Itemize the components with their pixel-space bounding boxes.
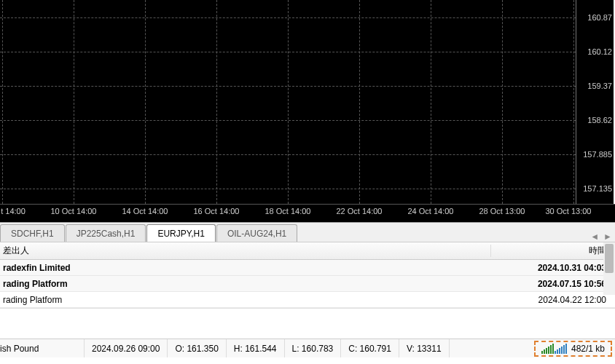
x-tick: 22 Oct 14:00: [337, 207, 383, 215]
column-header-time[interactable]: 時間: [491, 245, 615, 257]
table-row[interactable]: rading Platform 2024.04.22 12:00: [0, 292, 615, 308]
price-chart[interactable]: 160.87 160.12 159.37 158.62 157.885 157.…: [0, 0, 615, 204]
scrollbar-thumb[interactable]: [605, 244, 614, 273]
tab-sdchf[interactable]: SDCHF,H1: [0, 224, 65, 242]
y-axis: 160.87 160.12 159.37 158.62 157.885 157.…: [576, 0, 615, 204]
tab-jp225cash[interactable]: JP225Cash,H1: [66, 224, 146, 242]
y-tick: 159.37: [587, 82, 612, 90]
chart-grid[interactable]: [0, 0, 576, 204]
connection-text: 482/1 kb: [571, 344, 605, 354]
cell-time: 2024.07.15 10:56: [491, 279, 615, 289]
y-tick: 158.62: [587, 116, 612, 124]
tab-eurjpy[interactable]: EURJPY,H1: [146, 224, 215, 242]
x-tick: 16 Oct 14:00: [194, 207, 240, 215]
vertical-scrollbar[interactable]: [603, 242, 615, 295]
x-tick: 14 Oct 14:00: [122, 207, 168, 215]
signal-icon: [541, 344, 567, 354]
y-tick: 157.885: [583, 150, 612, 159]
cell-time: 2024.10.31 04:03: [491, 263, 615, 273]
cell-sender: radexfin Limited: [0, 263, 491, 273]
table-row[interactable]: radexfin Limited 2024.10.31 04:03: [0, 260, 615, 276]
x-tick: 10 Oct 14:00: [51, 207, 97, 215]
table-header: 差出人 時間: [0, 242, 615, 260]
status-low: L: 160.783: [285, 339, 342, 357]
x-tick: 18 Oct 14:00: [265, 207, 311, 215]
cell-time: 2024.04.22 12:00: [491, 295, 615, 305]
column-header-sender[interactable]: 差出人: [0, 245, 491, 257]
tab-oil-aug24[interactable]: OIL-AUG24,H1: [216, 224, 297, 242]
y-tick: 157.135: [583, 184, 612, 193]
x-tick: 28 Oct 13:00: [479, 207, 525, 215]
table-row[interactable]: rading Platform 2024.07.15 10:56: [0, 276, 615, 292]
status-symbol: ish Pound: [0, 339, 85, 357]
x-axis: t 14:00 10 Oct 14:00 14 Oct 14:00 16 Oct…: [0, 204, 615, 222]
x-tick: 24 Oct 14:00: [408, 207, 454, 215]
tabs-scroll-right-icon[interactable]: ►: [603, 232, 612, 242]
status-close: C: 160.791: [341, 339, 399, 357]
cell-sender: rading Platform: [0, 279, 491, 289]
status-bar: ish Pound 2024.09.26 09:00 O: 161.350 H:…: [0, 339, 615, 357]
tabs-scroll-left-icon[interactable]: ◄: [590, 232, 599, 242]
connection-status[interactable]: 482/1 kb: [534, 341, 612, 357]
y-tick: 160.12: [587, 47, 612, 56]
panel-gap: [0, 308, 615, 339]
cell-sender: rading Platform: [0, 295, 491, 305]
chart-tabs-bar: SDCHF,H1 JP225Cash,H1 EURJPY,H1 OIL-AUG2…: [0, 222, 615, 242]
y-tick: 160.87: [587, 13, 612, 22]
status-open: O: 161.350: [168, 339, 226, 357]
x-tick: t 14:00: [1, 207, 26, 215]
status-volume: V: 13311: [399, 339, 450, 357]
tabs-nav: ◄ ►: [590, 232, 615, 242]
mailbox-table: 差出人 時間 radexfin Limited 2024.10.31 04:03…: [0, 242, 615, 308]
x-tick: 30 Oct 13:00: [546, 207, 592, 215]
status-high: H: 161.544: [227, 339, 285, 357]
status-datetime: 2024.09.26 09:00: [85, 339, 168, 357]
